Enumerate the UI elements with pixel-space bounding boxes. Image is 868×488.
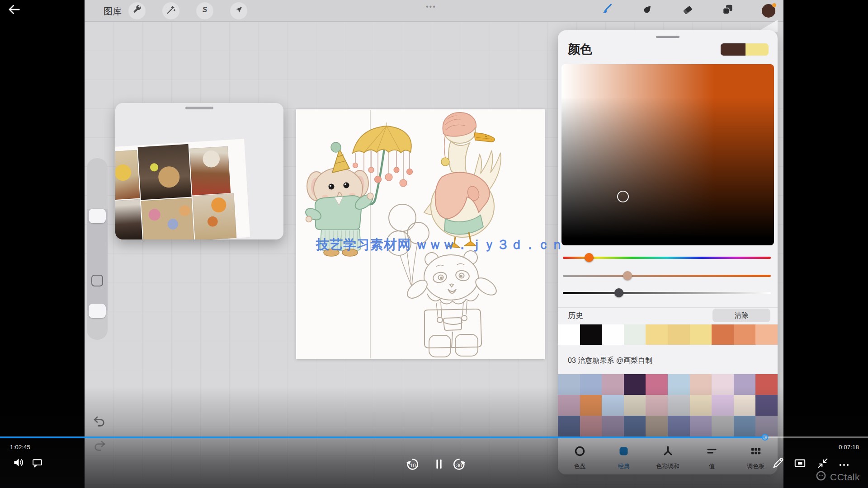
secondary-swatch[interactable] xyxy=(745,43,769,56)
palette-swatch[interactable] xyxy=(646,395,668,416)
hue-knob[interactable] xyxy=(585,253,594,262)
palette-swatch[interactable] xyxy=(712,416,734,436)
tab-disc[interactable]: 色盘 xyxy=(558,445,602,474)
palette-swatch[interactable] xyxy=(690,374,712,395)
pause-button[interactable] xyxy=(432,457,446,471)
color-cursor[interactable] xyxy=(617,191,629,202)
palette-swatch[interactable] xyxy=(624,395,646,416)
brush-size-slider[interactable] xyxy=(89,209,106,223)
reference-collage xyxy=(115,139,253,239)
color-panel-tabs: 色盘 经典 色彩调和 值 调色板 xyxy=(558,441,778,474)
palette-swatch[interactable] xyxy=(624,374,646,395)
clear-history-button[interactable]: 清除 xyxy=(712,309,770,322)
history-swatch[interactable] xyxy=(712,324,734,345)
hue-slider[interactable] xyxy=(563,253,771,262)
back-button[interactable] xyxy=(7,3,22,17)
brush-sidebar xyxy=(87,158,108,340)
redo-button[interactable] xyxy=(93,439,106,453)
actions-button[interactable] xyxy=(128,2,146,19)
tab-harmony[interactable]: 色彩调和 xyxy=(646,445,689,474)
palette-swatch[interactable] xyxy=(602,395,624,416)
tab-palettes[interactable]: 调色板 xyxy=(734,445,778,474)
svg-text:S: S xyxy=(203,6,208,14)
palette-swatch[interactable] xyxy=(755,395,778,416)
history-swatch[interactable] xyxy=(624,324,646,345)
exit-fullscreen-button[interactable] xyxy=(816,457,829,469)
palette-swatch[interactable] xyxy=(646,416,668,436)
palette-swatch[interactable] xyxy=(734,416,756,436)
window-handle-dots[interactable]: ••• xyxy=(426,3,436,11)
panel-drag-handle[interactable] xyxy=(185,107,213,109)
saturation-slider[interactable] xyxy=(563,271,771,280)
more-options-button[interactable] xyxy=(838,459,850,471)
undo-button[interactable] xyxy=(93,415,106,428)
pip-button[interactable] xyxy=(794,457,806,469)
palette-swatch[interactable] xyxy=(734,374,756,395)
brightness-knob[interactable] xyxy=(614,288,623,297)
modify-button[interactable] xyxy=(91,275,103,286)
palette-swatch[interactable] xyxy=(646,374,668,395)
svg-text:10: 10 xyxy=(410,462,416,468)
history-swatch[interactable] xyxy=(602,324,624,345)
selection-button[interactable]: S xyxy=(196,2,213,19)
palette-swatch[interactable] xyxy=(668,374,690,395)
history-swatch[interactable] xyxy=(755,324,778,345)
history-swatch[interactable] xyxy=(558,324,580,345)
progress-knob[interactable] xyxy=(761,434,768,441)
layers-button[interactable] xyxy=(721,4,734,17)
current-time: 1:02:45 xyxy=(10,444,30,450)
primary-swatch[interactable] xyxy=(721,43,745,56)
current-color-button[interactable] xyxy=(762,4,775,18)
hue-track[interactable] xyxy=(563,257,771,259)
history-swatch[interactable] xyxy=(668,324,690,345)
adjustments-button[interactable] xyxy=(162,2,179,19)
brush-opacity-slider[interactable] xyxy=(89,304,106,318)
palette-swatch[interactable] xyxy=(755,374,778,395)
annotate-button[interactable] xyxy=(772,456,785,469)
history-swatch[interactable] xyxy=(690,324,712,345)
brush-tool-button[interactable] xyxy=(599,4,613,17)
palette-swatch[interactable] xyxy=(734,395,756,416)
palette-swatch[interactable] xyxy=(668,416,690,436)
palette-swatch[interactable] xyxy=(712,374,734,395)
brightness-slider[interactable] xyxy=(563,288,771,297)
palette-swatch[interactable] xyxy=(602,374,624,395)
palette-swatch[interactable] xyxy=(558,416,580,436)
chat-button[interactable] xyxy=(32,457,43,469)
tab-classic[interactable]: 经典 xyxy=(602,445,646,474)
history-swatch[interactable] xyxy=(734,324,756,345)
palette-swatch[interactable] xyxy=(558,374,580,395)
transform-button[interactable] xyxy=(230,2,247,19)
palette-swatch[interactable] xyxy=(690,395,712,416)
history-swatch[interactable] xyxy=(580,324,602,345)
volume-button[interactable] xyxy=(13,456,25,469)
palette-swatch[interactable] xyxy=(580,374,602,395)
reference-panel[interactable] xyxy=(115,103,283,239)
smudge-icon xyxy=(641,4,653,18)
palette-swatch[interactable] xyxy=(580,416,602,436)
forward-30-button[interactable]: 30 xyxy=(452,457,467,472)
palette-swatch[interactable] xyxy=(558,395,580,416)
palette-swatch[interactable] xyxy=(712,395,734,416)
color-panel-drag-handle[interactable] xyxy=(656,36,679,38)
palette-swatch[interactable] xyxy=(690,416,712,436)
palette-swatch[interactable] xyxy=(624,416,646,436)
palette-swatch[interactable] xyxy=(755,416,778,436)
palette-swatch[interactable] xyxy=(668,395,690,416)
history-swatch[interactable] xyxy=(646,324,668,345)
eraser-tool-button[interactable] xyxy=(680,4,694,17)
smudge-tool-button[interactable] xyxy=(640,4,654,17)
brightness-track[interactable] xyxy=(563,292,771,294)
saturation-track[interactable] xyxy=(563,275,771,277)
tab-value[interactable]: 值 xyxy=(690,445,734,474)
palette-swatch[interactable] xyxy=(602,416,624,436)
gallery-button[interactable]: 图库 xyxy=(104,5,122,18)
palette-title: 03 治愈糖果系 @画梨自制 xyxy=(568,356,652,366)
progress-bar[interactable] xyxy=(0,436,868,438)
gradient-square[interactable] xyxy=(561,64,774,245)
drawing-canvas[interactable] xyxy=(296,109,545,359)
palette-swatch[interactable] xyxy=(580,395,602,416)
rewind-10-button[interactable]: 10 xyxy=(405,457,420,472)
saturation-knob[interactable] xyxy=(623,271,632,280)
photo-umbrella-doll xyxy=(192,193,236,239)
